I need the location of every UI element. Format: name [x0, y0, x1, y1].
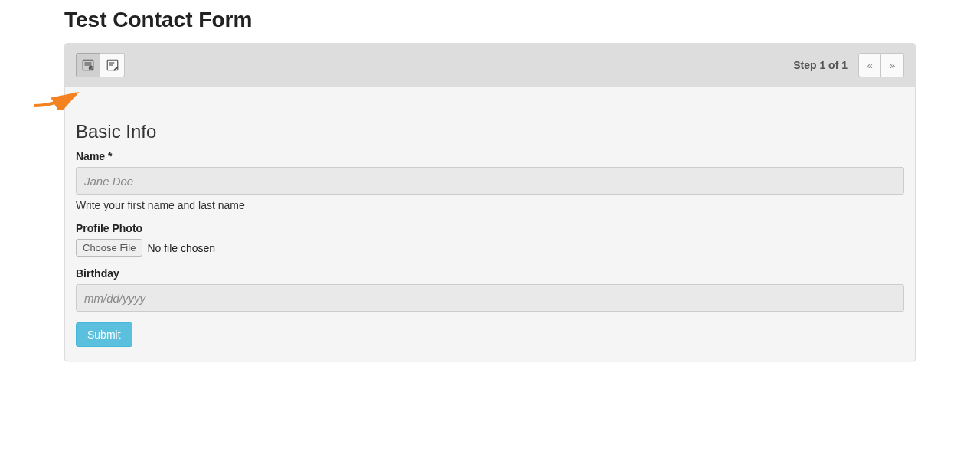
prev-step-button[interactable]: «	[858, 53, 881, 77]
name-label: Name *	[76, 150, 904, 162]
name-field: Name * Write your first name and last na…	[76, 150, 904, 211]
choose-file-button[interactable]: Choose File	[76, 239, 142, 257]
chevron-double-left-icon: «	[867, 60, 872, 71]
form-body: Basic Info Name * Write your first name …	[65, 87, 915, 361]
toolbar-mode-group	[76, 53, 125, 77]
next-step-button[interactable]: »	[881, 53, 904, 77]
photo-field: Profile Photo Choose File No file chosen	[76, 222, 904, 257]
page-title: Test Contact Form	[64, 8, 980, 32]
form-view-icon	[81, 58, 95, 72]
form-toolbar: Step 1 of 1 « »	[65, 44, 915, 87]
name-help-text: Write your first name and last name	[76, 199, 904, 211]
view-mode-button[interactable]	[76, 53, 100, 77]
toolbar-step-group: Step 1 of 1 « »	[793, 53, 904, 77]
birthday-label: Birthday	[76, 267, 904, 280]
form-panel: Step 1 of 1 « » Basic Info Name * Write …	[64, 43, 916, 361]
step-indicator: Step 1 of 1	[793, 59, 848, 71]
birthday-input[interactable]	[76, 284, 904, 312]
photo-label: Profile Photo	[76, 222, 904, 234]
edit-mode-button[interactable]	[100, 53, 125, 77]
chevron-double-right-icon: »	[890, 60, 895, 71]
section-title: Basic Info	[76, 121, 904, 142]
submit-button[interactable]: Submit	[76, 322, 132, 347]
step-nav-group: « »	[858, 53, 904, 77]
birthday-field: Birthday	[76, 267, 904, 312]
form-edit-icon	[106, 58, 119, 72]
name-input[interactable]	[76, 167, 904, 195]
svg-point-4	[90, 67, 91, 68]
file-status-text: No file chosen	[147, 242, 215, 254]
